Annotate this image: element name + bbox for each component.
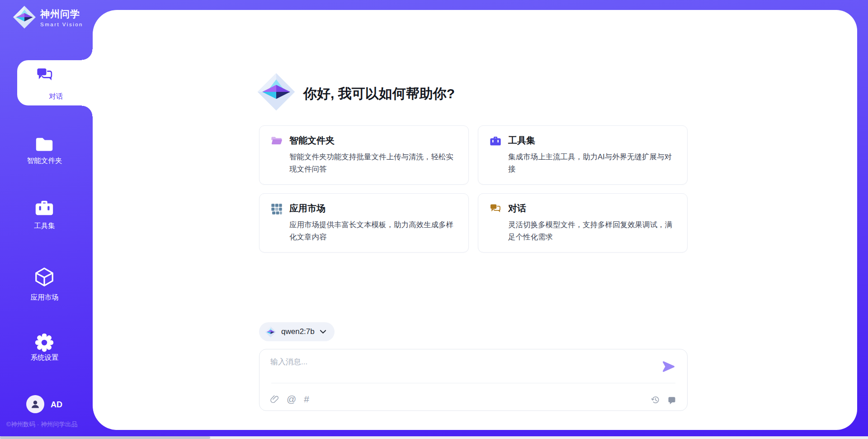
composer-divider — [271, 383, 675, 383]
cube-icon — [34, 267, 55, 287]
message-icon — [667, 396, 676, 405]
card-description: 灵活切换多模型文件，支持多样回复效果调试，满足个性化需求 — [508, 219, 676, 243]
at-icon: @ — [287, 394, 296, 405]
card-app-market[interactable]: 应用市场 应用市场提供丰富长文本模板，助力高效生成多样化文章内容 — [259, 193, 469, 253]
message-input[interactable] — [270, 357, 650, 380]
avatar[interactable] — [26, 395, 44, 413]
person-icon — [30, 399, 41, 410]
sidebar-item-chat-label: 对话 — [17, 92, 95, 101]
brand-diamond-logo-icon — [13, 5, 36, 29]
history-button[interactable] — [651, 395, 660, 405]
card-title: 对话 — [508, 202, 676, 215]
horizontal-scrollbar[interactable] — [0, 436, 868, 439]
paperclip-icon — [270, 394, 279, 404]
card-title: 应用市场 — [289, 202, 458, 215]
main-panel: 你好, 我可以如何帮助你? 智能文件夹 智能文件夹功能支持批量文件上传与清洗，轻… — [93, 10, 857, 430]
tab-fillet-bottom — [82, 105, 93, 116]
card-title: 智能文件夹 — [289, 134, 458, 147]
tab-fillet-top — [82, 49, 93, 60]
message-composer: @ # — [259, 349, 688, 411]
card-toolset[interactable]: 工具集 集成市场上主流工具，助力AI与外界无缝扩展与对接 — [478, 125, 688, 185]
card-smart-folders[interactable]: 智能文件夹 智能文件夹功能支持批量文件上传与清洗，轻松实现文件问答 — [259, 125, 469, 185]
card-title: 工具集 — [508, 134, 676, 147]
greeting-diamond-logo-icon — [257, 72, 296, 111]
model-name: qwen2:7b — [281, 327, 315, 336]
chat-bubbles-icon — [35, 66, 54, 85]
gear-icon — [34, 332, 55, 353]
app-grid-icon — [270, 203, 283, 215]
scrollbar-thumb[interactable] — [0, 436, 210, 439]
briefcase-icon — [489, 135, 502, 148]
folder-icon — [34, 134, 55, 155]
sidebar-item-folders-label: 智能文件夹 — [0, 156, 89, 166]
hash-icon: # — [304, 394, 309, 405]
card-description: 集成市场上主流工具，助力AI与外界无缝扩展与对接 — [508, 151, 676, 175]
attach-button[interactable] — [270, 394, 279, 404]
user-name: AD — [51, 400, 62, 410]
card-chat[interactable]: 对话 灵活切换多模型文件，支持多样回复效果调试，满足个性化需求 — [478, 193, 688, 253]
feature-cards: 智能文件夹 智能文件夹功能支持批量文件上传与清洗，轻松实现文件问答 工具集 集成… — [259, 125, 688, 253]
card-description: 智能文件夹功能支持批量文件上传与清洗，轻松实现文件问答 — [289, 151, 458, 175]
chat-bubbles-icon — [489, 203, 502, 215]
mention-button[interactable]: @ — [287, 394, 296, 405]
sidebar-item-tools-label: 工具集 — [0, 221, 89, 231]
briefcase-icon — [34, 198, 55, 219]
hashtag-button[interactable]: # — [304, 394, 309, 405]
diamond-logo-icon — [265, 326, 276, 338]
copyright: ©神州数码 · 神州问学出品 — [6, 420, 106, 429]
folder-open-icon — [270, 135, 283, 148]
model-selector[interactable]: qwen2:7b — [259, 322, 335, 341]
page-title: 你好, 我可以如何帮助你? — [303, 85, 455, 103]
feedback-button[interactable] — [667, 396, 676, 405]
sidebar-item-settings-label: 系统设置 — [0, 353, 89, 363]
send-button[interactable] — [661, 359, 676, 374]
history-icon — [651, 395, 660, 405]
brand-name: 神州问学 — [40, 8, 83, 20]
chevron-down-icon — [320, 329, 326, 334]
sidebar-item-market-label: 应用市场 — [0, 293, 89, 302]
brand-subtitle: Smart Vision — [40, 22, 83, 27]
brand: 神州问学 Smart Vision — [13, 5, 83, 29]
send-icon — [661, 359, 676, 374]
card-description: 应用市场提供丰富长文本模板，助力高效生成多样化文章内容 — [289, 219, 458, 243]
